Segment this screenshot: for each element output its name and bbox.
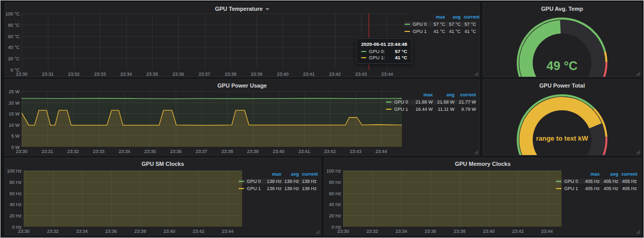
gpu-temperature-chart[interactable]	[22, 13, 408, 70]
legend-column-header[interactable]: max	[430, 14, 445, 20]
panel-resize-handle[interactable]	[636, 230, 640, 234]
x-axis-tick-label: 23:40	[479, 229, 499, 234]
legend-column-header[interactable]: max	[581, 172, 600, 177]
panel-title-text: GPU Temperature	[215, 6, 263, 12]
legend-column-header[interactable]: current	[618, 172, 637, 177]
y-axis-tick-label: 80 Hz	[5, 180, 22, 185]
panel-title-text: GPU Memory Clocks	[455, 161, 511, 167]
panel-title-gpu-memory-clocks[interactable]: GPU Memory Clocks	[325, 159, 641, 168]
panel-title-gpu-power-usage[interactable]: GPU Power Usage	[5, 81, 479, 90]
legend-column-header[interactable]: current	[461, 14, 476, 20]
panel-title-text: GPU Power Usage	[217, 82, 267, 89]
panel-resize-handle[interactable]	[474, 150, 478, 154]
panel-gpu-power-total: GPU Power Total range to text kW	[483, 79, 641, 156]
panel-title-text: GPU SM Clocks	[142, 161, 184, 167]
x-axis-tick-label: 23:39	[243, 149, 263, 154]
y-axis-tick-label: 20 Hz	[5, 213, 22, 218]
tooltip-series-value: 41 °C	[387, 55, 407, 60]
legend-column-header[interactable]: avg	[433, 92, 454, 97]
legend-stat-value: 405 Hz	[581, 179, 600, 184]
x-axis-tick-label: 23:32	[63, 72, 84, 77]
y-axis-tick-label: 20 °C	[5, 56, 20, 61]
legend-series-toggle[interactable]: GPU 1	[556, 186, 581, 191]
legend-column-header[interactable]: avg	[281, 172, 299, 177]
x-axis-tick-label: 23:34	[72, 229, 92, 234]
legend-column-header[interactable]: current	[454, 92, 476, 97]
x-axis-tick-label: 23:34	[391, 229, 412, 234]
legend-stat-value: 16.44 W	[411, 107, 433, 112]
legend-stat-value: 405 Hz	[600, 186, 618, 191]
legend-stat-value: 41 °C	[461, 29, 476, 34]
x-axis-tick-label: 23:35	[140, 149, 160, 154]
series-color-dash	[404, 31, 410, 32]
y-axis-tick-label: 100 Hz	[5, 168, 22, 174]
legend-series-toggle[interactable]: GPU 1	[239, 186, 264, 191]
y-axis-tick-label: 25 W	[5, 89, 20, 94]
panel-gpu-memory-clocks: GPU Memory Clocks maxavgcurrentGPU 0405 …	[324, 158, 641, 235]
legend-stat-value: 21.86 W	[411, 99, 433, 105]
legend-series-toggle[interactable]: GPU 0	[239, 179, 264, 184]
chart-tooltip: 2020-05-01 23:44:48 GPU 0: 57 °C GPU 1: …	[356, 38, 412, 64]
legend-stat-value: 405 Hz	[618, 186, 637, 191]
gpu-temperature-legend: maxavgcurrentGPU 057 °C57 °C57 °CGPU 141…	[404, 13, 476, 35]
panel-resize-handle[interactable]	[636, 150, 640, 154]
legend-column-header[interactable]: max	[411, 92, 433, 97]
gpu-sm-clocks-chart[interactable]	[24, 171, 242, 227]
y-axis-tick-label: 60 Hz	[324, 191, 341, 196]
x-axis-tick-label: 23:35	[142, 72, 162, 77]
series-color-dash	[556, 188, 562, 189]
x-axis-tick-label: 23:33	[89, 149, 109, 154]
x-axis-tick-label: 23:40	[159, 229, 180, 234]
gpu-memory-clocks-chart[interactable]	[343, 171, 562, 227]
legend-column-header[interactable]: current	[299, 172, 316, 177]
legend-stat-value: 9.79 W	[454, 107, 476, 112]
legend-stat-value: 11.11 W	[433, 107, 454, 112]
tooltip-series-value: 57 °C	[387, 48, 407, 54]
y-axis-tick-label: 15 W	[5, 111, 20, 116]
panel-title-gpu-sm-clocks[interactable]: GPU SM Clocks	[5, 159, 320, 168]
x-axis-tick-label: 23:44	[217, 229, 238, 234]
panel-title-gpu-temperature[interactable]: GPU Temperature	[5, 4, 479, 13]
x-axis-tick-label: 23:30	[13, 229, 34, 234]
series-color-dash	[239, 181, 244, 182]
x-axis-tick-label: 23:32	[43, 229, 63, 234]
y-axis-tick-label: 60 Hz	[5, 191, 22, 196]
series-color-dash	[361, 51, 366, 52]
legend-column-header[interactable]: avg	[600, 172, 618, 177]
gpu-power-usage-chart[interactable]	[22, 91, 402, 147]
legend-series-name: GPU 1	[394, 107, 408, 112]
legend-series-name: GPU 1	[564, 186, 578, 191]
legend-stat-value: 21.77 W	[454, 99, 476, 105]
gauge-value-text: 49 °C	[483, 59, 641, 73]
panel-resize-handle[interactable]	[315, 230, 319, 234]
panel-title-gpu-power-total[interactable]: GPU Power Total	[483, 81, 641, 90]
legend-series-toggle[interactable]: GPU 0	[386, 99, 411, 105]
x-axis-tick-label: 23:33	[90, 72, 110, 77]
panel-gpu-avg-temp: GPU Avg. Temp 49 °C	[483, 3, 641, 77]
legend-stat-value: 41 °C	[430, 29, 445, 34]
series-color-dash	[386, 109, 392, 110]
chevron-down-icon	[265, 8, 269, 10]
legend-series-name: GPU 1	[413, 29, 427, 34]
x-axis-tick-label: 23:44	[377, 72, 397, 77]
y-axis-tick-label: 100 Hz	[324, 168, 341, 174]
legend-series-toggle[interactable]: GPU 1	[386, 107, 411, 112]
legend-column-header[interactable]: max	[264, 172, 281, 177]
legend-series-toggle[interactable]: GPU 1	[404, 29, 430, 34]
panel-resize-handle[interactable]	[474, 72, 478, 76]
y-axis-tick-label: 40 °C	[5, 45, 20, 50]
x-axis-tick-label: 23:30	[11, 149, 32, 154]
x-axis-tick-label: 23:31	[38, 72, 58, 77]
gpu-power-total-gauge: range to text kW	[483, 92, 641, 155]
legend-column-header[interactable]: avg	[445, 14, 461, 20]
panel-resize-handle[interactable]	[636, 72, 640, 76]
legend-series-toggle[interactable]: GPU 0	[404, 22, 430, 27]
y-axis-tick-label: 100 °C	[5, 11, 20, 16]
y-axis-tick-label: 20 Hz	[324, 213, 341, 218]
y-axis-tick-label: 5 W	[5, 133, 20, 139]
y-axis-tick-label: 10 W	[5, 123, 20, 128]
series-color-dash	[404, 24, 410, 25]
panel-title-gpu-avg-temp[interactable]: GPU Avg. Temp	[483, 4, 641, 13]
legend-series-toggle[interactable]: GPU 0	[556, 179, 581, 184]
x-axis-tick-label: 23:37	[194, 72, 215, 77]
